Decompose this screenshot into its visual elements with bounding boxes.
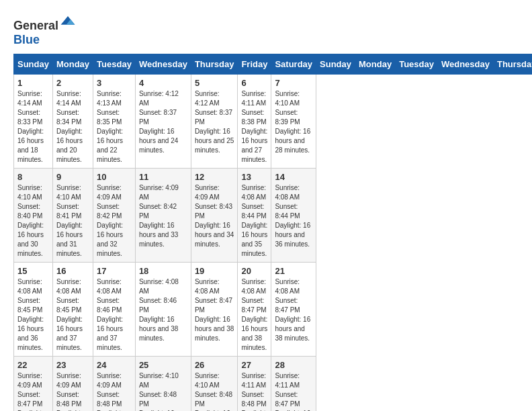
day-info: Sunrise: 4:10 AMSunset: 8:48 PMDaylight:…	[195, 371, 234, 411]
day-number: 24	[97, 360, 132, 370]
col-header-friday: Friday	[238, 54, 271, 75]
day-cell: 6Sunrise: 4:11 AMSunset: 8:38 PMDaylight…	[238, 75, 271, 169]
col-header-monday: Monday	[52, 54, 93, 75]
col-header-wednesday: Wednesday	[135, 54, 191, 75]
day-number: 17	[97, 266, 132, 276]
day-cell: 18Sunrise: 4:08 AMSunset: 8:46 PMDayligh…	[135, 263, 191, 357]
day-info: Sunrise: 4:11 AMSunset: 8:48 PMDaylight:…	[241, 371, 267, 411]
day-info: Sunrise: 4:09 AMSunset: 8:48 PMDaylight:…	[97, 371, 132, 411]
day-cell: 13Sunrise: 4:08 AMSunset: 8:44 PMDayligh…	[238, 169, 271, 263]
day-cell: 2Sunrise: 4:14 AMSunset: 8:34 PMDaylight…	[52, 75, 93, 169]
day-cell: 8Sunrise: 4:10 AMSunset: 8:40 PMDaylight…	[14, 169, 53, 263]
logo-blue: Blue	[13, 33, 40, 46]
day-info: Sunrise: 4:09 AMSunset: 8:47 PMDaylight:…	[17, 371, 49, 411]
day-cell: 4Sunrise: 4:12 AMSunset: 8:37 PMDaylight…	[135, 75, 191, 169]
day-number: 27	[241, 360, 267, 370]
day-number: 26	[195, 360, 234, 370]
day-cell: 7Sunrise: 4:10 AMSunset: 8:39 PMDaylight…	[271, 75, 316, 169]
day-number: 18	[139, 266, 187, 276]
day-cell: 28Sunrise: 4:11 AMSunset: 8:47 PMDayligh…	[271, 357, 316, 412]
week-row-2: 8Sunrise: 4:10 AMSunset: 8:40 PMDaylight…	[14, 169, 533, 263]
day-info: Sunrise: 4:10 AMSunset: 8:40 PMDaylight:…	[17, 183, 49, 259]
day-number: 5	[195, 78, 234, 88]
day-number: 6	[241, 78, 267, 88]
day-cell: 25Sunrise: 4:10 AMSunset: 8:48 PMDayligh…	[135, 357, 191, 412]
col-header-wednesday: Wednesday	[437, 54, 493, 75]
day-info: Sunrise: 4:11 AMSunset: 8:38 PMDaylight:…	[241, 89, 267, 165]
col-header-sunday: Sunday	[14, 54, 53, 75]
calendar-header-row: SundayMondayTuesdayWednesdayThursdayFrid…	[14, 54, 533, 75]
day-info: Sunrise: 4:08 AMSunset: 8:46 PMDaylight:…	[97, 277, 132, 353]
day-cell: 22Sunrise: 4:09 AMSunset: 8:47 PMDayligh…	[14, 357, 53, 412]
day-number: 11	[139, 172, 187, 182]
day-info: Sunrise: 4:08 AMSunset: 8:45 PMDaylight:…	[56, 277, 89, 353]
day-info: Sunrise: 4:12 AMSunset: 8:37 PMDaylight:…	[195, 89, 234, 155]
day-number: 3	[97, 78, 132, 88]
day-number: 16	[56, 266, 89, 276]
day-info: Sunrise: 4:10 AMSunset: 8:41 PMDaylight:…	[56, 183, 89, 259]
day-cell: 1Sunrise: 4:14 AMSunset: 8:33 PMDaylight…	[14, 75, 53, 169]
day-cell: 15Sunrise: 4:08 AMSunset: 8:45 PMDayligh…	[14, 263, 53, 357]
day-number: 10	[97, 172, 132, 182]
day-info: Sunrise: 4:08 AMSunset: 8:47 PMDaylight:…	[195, 277, 234, 343]
day-info: Sunrise: 4:11 AMSunset: 8:47 PMDaylight:…	[275, 371, 312, 411]
day-cell: 5Sunrise: 4:12 AMSunset: 8:37 PMDaylight…	[191, 75, 238, 169]
col-header-saturday: Saturday	[271, 54, 316, 75]
day-number: 23	[56, 360, 89, 370]
day-info: Sunrise: 4:14 AMSunset: 8:34 PMDaylight:…	[56, 89, 89, 165]
col-header-monday: Monday	[355, 54, 396, 75]
day-cell: 9Sunrise: 4:10 AMSunset: 8:41 PMDaylight…	[52, 169, 93, 263]
day-info: Sunrise: 4:12 AMSunset: 8:37 PMDaylight:…	[139, 89, 187, 155]
day-info: Sunrise: 4:09 AMSunset: 8:42 PMDaylight:…	[97, 183, 132, 259]
day-info: Sunrise: 4:13 AMSunset: 8:35 PMDaylight:…	[97, 89, 132, 165]
day-number: 28	[275, 360, 312, 370]
col-header-tuesday: Tuesday	[396, 54, 438, 75]
day-number: 8	[17, 172, 49, 182]
logo: General Blue	[13, 13, 76, 47]
day-cell: 27Sunrise: 4:11 AMSunset: 8:48 PMDayligh…	[238, 357, 271, 412]
day-cell: 26Sunrise: 4:10 AMSunset: 8:48 PMDayligh…	[191, 357, 238, 412]
day-info: Sunrise: 4:09 AMSunset: 8:48 PMDaylight:…	[56, 371, 89, 411]
day-info: Sunrise: 4:09 AMSunset: 8:42 PMDaylight:…	[139, 183, 187, 249]
day-number: 1	[17, 78, 49, 88]
day-number: 22	[17, 360, 49, 370]
day-info: Sunrise: 4:10 AMSunset: 8:48 PMDaylight:…	[139, 371, 187, 411]
day-cell: 20Sunrise: 4:08 AMSunset: 8:47 PMDayligh…	[238, 263, 271, 357]
day-cell: 23Sunrise: 4:09 AMSunset: 8:48 PMDayligh…	[52, 357, 93, 412]
col-header-sunday: Sunday	[316, 54, 355, 75]
day-info: Sunrise: 4:08 AMSunset: 8:47 PMDaylight:…	[241, 277, 267, 353]
day-cell: 17Sunrise: 4:08 AMSunset: 8:46 PMDayligh…	[93, 263, 136, 357]
day-number: 21	[275, 266, 312, 276]
day-info: Sunrise: 4:10 AMSunset: 8:39 PMDaylight:…	[275, 89, 312, 155]
day-number: 14	[275, 172, 312, 182]
day-info: Sunrise: 4:08 AMSunset: 8:44 PMDaylight:…	[275, 183, 312, 249]
day-number: 15	[17, 266, 49, 276]
day-number: 9	[56, 172, 89, 182]
day-number: 12	[195, 172, 234, 182]
day-info: Sunrise: 4:08 AMSunset: 8:45 PMDaylight:…	[17, 277, 49, 353]
day-number: 25	[139, 360, 187, 370]
day-info: Sunrise: 4:08 AMSunset: 8:47 PMDaylight:…	[275, 277, 312, 343]
day-cell: 11Sunrise: 4:09 AMSunset: 8:42 PMDayligh…	[135, 169, 191, 263]
day-cell: 16Sunrise: 4:08 AMSunset: 8:45 PMDayligh…	[52, 263, 93, 357]
week-row-4: 22Sunrise: 4:09 AMSunset: 8:47 PMDayligh…	[14, 357, 533, 412]
week-row-3: 15Sunrise: 4:08 AMSunset: 8:45 PMDayligh…	[14, 263, 533, 357]
calendar-table: SundayMondayTuesdayWednesdayThursdayFrid…	[13, 54, 532, 411]
day-info: Sunrise: 4:14 AMSunset: 8:33 PMDaylight:…	[17, 89, 49, 165]
day-cell: 21Sunrise: 4:08 AMSunset: 8:47 PMDayligh…	[271, 263, 316, 357]
day-cell: 14Sunrise: 4:08 AMSunset: 8:44 PMDayligh…	[271, 169, 316, 263]
page-header: General Blue	[13, 13, 519, 47]
week-row-1: 1Sunrise: 4:14 AMSunset: 8:33 PMDaylight…	[14, 75, 533, 169]
day-cell: 24Sunrise: 4:09 AMSunset: 8:48 PMDayligh…	[93, 357, 136, 412]
day-info: Sunrise: 4:08 AMSunset: 8:44 PMDaylight:…	[241, 183, 267, 259]
day-cell: 3Sunrise: 4:13 AMSunset: 8:35 PMDaylight…	[93, 75, 136, 169]
day-number: 20	[241, 266, 267, 276]
col-header-thursday: Thursday	[191, 54, 238, 75]
col-header-tuesday: Tuesday	[93, 54, 136, 75]
day-info: Sunrise: 4:09 AMSunset: 8:43 PMDaylight:…	[195, 183, 234, 249]
day-number: 4	[139, 78, 187, 88]
day-cell: 10Sunrise: 4:09 AMSunset: 8:42 PMDayligh…	[93, 169, 136, 263]
day-number: 7	[275, 78, 312, 88]
day-number: 19	[195, 266, 234, 276]
day-number: 13	[241, 172, 267, 182]
